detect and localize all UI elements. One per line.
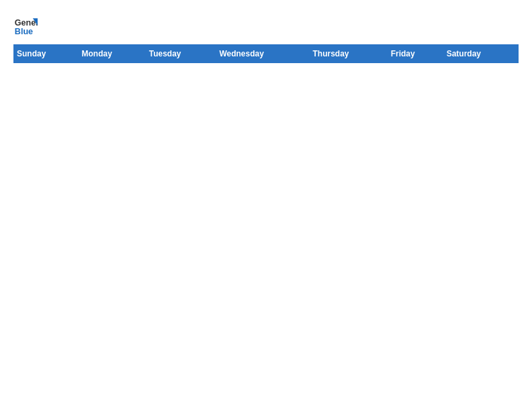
svg-text:Blue: Blue: [15, 27, 33, 36]
logo-icon: General Blue: [13, 13, 38, 38]
header-sunday: Sunday: [14, 45, 79, 63]
header-wednesday: Wednesday: [216, 45, 310, 63]
header-friday: Friday: [388, 45, 443, 63]
header-saturday: Saturday: [443, 45, 518, 63]
header-thursday: Thursday: [310, 45, 388, 63]
logo: General Blue: [13, 13, 40, 38]
page-header: General Blue: [13, 13, 519, 38]
calendar-table: SundayMondayTuesdayWednesdayThursdayFrid…: [13, 44, 519, 63]
header-monday: Monday: [79, 45, 146, 63]
calendar-header-row: SundayMondayTuesdayWednesdayThursdayFrid…: [14, 45, 519, 63]
header-tuesday: Tuesday: [146, 45, 216, 63]
